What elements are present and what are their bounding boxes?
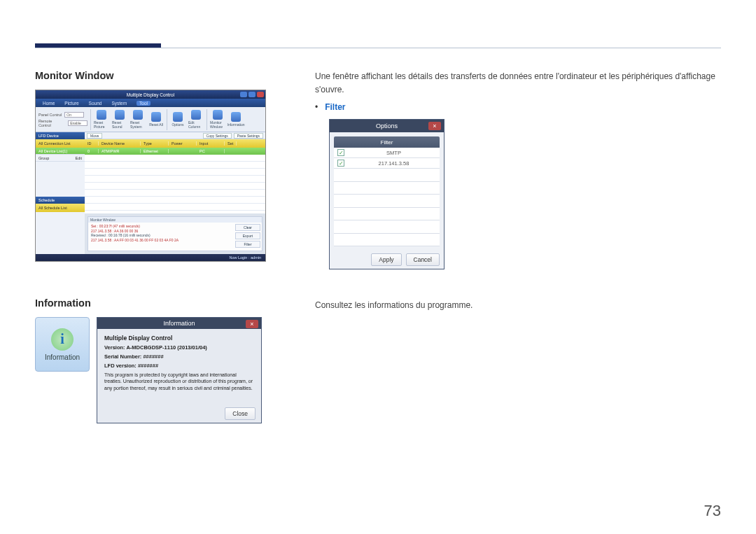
mw-filter-button[interactable]: Filter [235, 241, 260, 248]
filter-link[interactable]: Filter [325, 102, 345, 112]
information-dialog: Information × Multiple Display Control V… [97, 317, 262, 423]
panel-control-label: Panel Control [38, 113, 62, 117]
sidebar-lfd-header[interactable]: LFD Device [36, 132, 85, 139]
mdc-title-text: Multiple Display Control [127, 92, 174, 97]
cancel-button[interactable]: Cancel [406, 253, 440, 266]
monitor-window-description: Une fenêtre affichant les détails des tr… [315, 70, 721, 97]
reset-system-button[interactable]: Reset System [130, 109, 146, 130]
filter-row-smtp[interactable]: ✓ SMTP [334, 148, 440, 158]
sidebar-all-device-list[interactable]: All Device List(1) [36, 148, 85, 155]
mdc-main-menu: Home Picture Sound System Tool [36, 99, 265, 107]
reset-all-button[interactable]: Reset All [148, 109, 164, 130]
grid-data-row[interactable]: 0 ATMIPWR Ethernet PC [85, 148, 265, 155]
monitor-window-panel: Monitor Window Set : 00:23:7f (47 milli … [88, 216, 262, 251]
sidebar-schedule-header[interactable]: Schedule [36, 197, 85, 204]
remote-control-select[interactable]: Enable [68, 120, 88, 126]
checkbox-icon[interactable]: ✓ [337, 149, 344, 156]
information-description: Consultez les informations du programme. [315, 299, 721, 312]
options-dialog-title: Options [376, 122, 398, 129]
close-button[interactable]: Close [225, 407, 255, 420]
move-button[interactable]: Move [87, 133, 102, 139]
sidebar-edit[interactable]: Edit [76, 156, 82, 160]
menu-home[interactable]: Home [43, 101, 55, 106]
information-tile-label: Information [45, 353, 80, 361]
sidebar-all-connection[interactable]: All Connection List [36, 139, 85, 148]
checkbox-icon[interactable]: ✓ [337, 160, 344, 167]
close-icon[interactable] [257, 92, 264, 97]
information-dialog-title: Information [163, 320, 195, 327]
sidebar: LFD Device All Connection List All Devic… [36, 132, 85, 254]
maximize-icon[interactable] [248, 92, 255, 97]
apply-button[interactable]: Apply [371, 253, 401, 266]
options-button[interactable]: Options [170, 109, 186, 130]
info-product-name: Multiple Display Control [104, 335, 254, 342]
info-serial: Serial Number: ####### [104, 353, 254, 360]
close-icon[interactable]: × [246, 320, 258, 328]
panel-control-select[interactable]: On [64, 112, 84, 118]
mw-line4: 217.141.3.58 : AA FF 00 03 41 36 00 FF 0… [91, 238, 231, 243]
filter-column-header: Filter [334, 136, 440, 148]
reset-picture-button[interactable]: Reset Picture [94, 109, 109, 130]
remote-control-label: Remote Control [38, 119, 65, 127]
information-button[interactable]: Information [228, 109, 244, 130]
sidebar-all-schedule[interactable]: All Schedule List [36, 204, 85, 212]
minimize-icon[interactable] [240, 92, 247, 97]
bullet-icon: • [315, 102, 318, 112]
paste-settings-button[interactable]: Paste Settings [234, 133, 263, 139]
information-heading: Information [35, 297, 266, 309]
copy-settings-button[interactable]: Copy Settings [203, 133, 232, 139]
header-divider [35, 48, 721, 48]
mdc-toolbar: Panel Control On Remote Control Enable R… [36, 107, 265, 132]
info-version: Version: A-MDCBGDSP-1110 (2013/01/04) [104, 344, 254, 351]
menu-system[interactable]: System [111, 101, 127, 106]
info-copyright-note: This program is protected by copyright l… [104, 372, 254, 391]
page-number: 73 [704, 502, 721, 520]
menu-tool[interactable]: Tool [136, 101, 150, 106]
mdc-titlebar: Multiple Display Control [36, 90, 265, 99]
close-icon[interactable]: × [428, 122, 441, 130]
options-dialog-titlebar: Options × [330, 120, 444, 132]
monitor-window-button[interactable]: Monitor Window [210, 109, 225, 130]
mdc-statusbar: Now Login : admin [36, 254, 265, 261]
mw-clear-button[interactable]: Clear [235, 224, 260, 231]
edit-column-button[interactable]: Edit Column [188, 109, 204, 130]
options-dialog: Options × Filter ✓ SMTP ✓ 217.141.3.58 [329, 119, 444, 269]
reset-sound-button[interactable]: Reset Sound [112, 109, 127, 130]
mdc-application-screenshot: Multiple Display Control Home Picture So… [35, 90, 266, 262]
filter-row-ip[interactable]: ✓ 217.141.3.58 [334, 158, 440, 169]
grid-header-row: ID Device Name Type Power Input Set [85, 139, 265, 148]
sidebar-group[interactable]: Group Edit [36, 155, 85, 162]
mw-export-button[interactable]: Export [235, 232, 260, 239]
information-dialog-titlebar: Information × [97, 318, 261, 329]
info-icon: i [51, 328, 74, 351]
menu-sound[interactable]: Sound [89, 101, 102, 106]
monitor-window-panel-title: Monitor Window [88, 217, 262, 223]
menu-picture[interactable]: Picture [64, 101, 78, 106]
monitor-window-heading: Monitor Window [35, 70, 266, 81]
info-lfd-version: LFD version: ####### [104, 363, 254, 369]
information-tile[interactable]: i Information [35, 317, 90, 372]
